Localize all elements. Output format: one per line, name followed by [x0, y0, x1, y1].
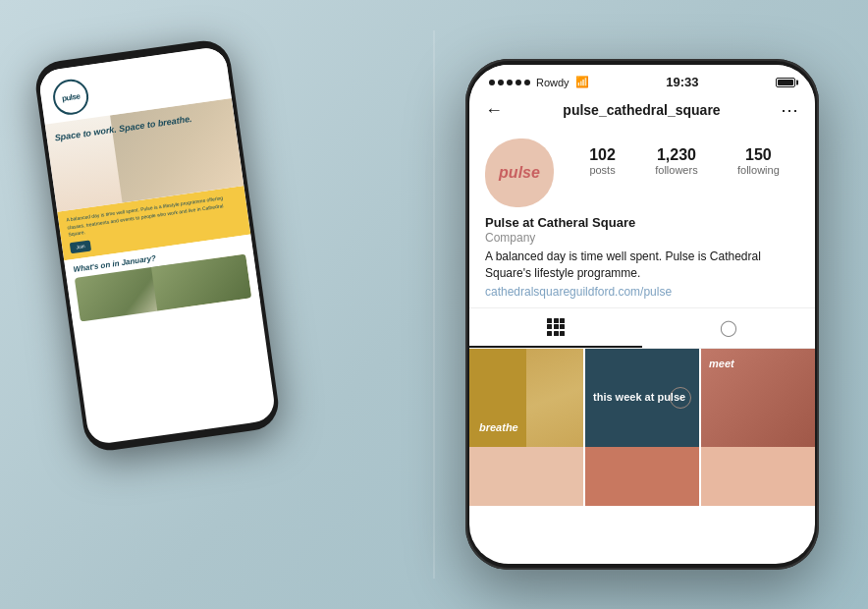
followers-label: followers [655, 164, 697, 176]
grid-icon [547, 318, 565, 336]
bottom-cell-1 [469, 447, 583, 506]
tab-bar: ◯ [469, 307, 815, 349]
status-bar: Rowdy 📶 19:33 [469, 65, 815, 93]
profile-bio: A balanced day is time well spent. Pulse… [485, 249, 799, 282]
signal-dot-3 [507, 80, 513, 85]
right-phone: Rowdy 📶 19:33 ← pulse_cathedral_square ⋯ [465, 59, 839, 580]
more-options-button[interactable]: ⋯ [781, 99, 799, 121]
stat-posts: 102 posts [589, 146, 616, 176]
stats-row: 102 posts 1,230 followers 150 following [570, 138, 799, 176]
wifi-icon: 📶 [575, 76, 589, 88]
signal-bars [489, 80, 530, 85]
signal-dot-5 [524, 80, 530, 85]
tab-grid[interactable] [469, 308, 642, 348]
left-phone-device: pulse Space to work. Space to breathe. A… [32, 37, 282, 454]
cell-2-text: this week at pulse [593, 391, 685, 404]
join-button[interactable]: Join [70, 240, 92, 253]
image-grid: breathe → this week at pulse meet [469, 349, 815, 447]
profile-section: pulse 102 posts 1,230 followers [469, 129, 815, 307]
avatar-text: pulse [499, 164, 540, 182]
bottom-grid [469, 447, 815, 506]
scene: pulse Space to work. Space to breathe. A… [0, 0, 868, 609]
hero-image [110, 98, 244, 202]
left-phone-screen: pulse Space to work. Space to breathe. A… [37, 46, 277, 446]
nav-bar: ← pulse_cathedral_square ⋯ [469, 93, 815, 129]
stat-following: 150 following [737, 146, 780, 176]
bottom-cell-2 [585, 447, 699, 506]
profile-top: pulse 102 posts 1,230 followers [485, 138, 799, 207]
profile-name: Pulse at Catheral Square [485, 215, 799, 230]
followers-count: 1,230 [655, 146, 697, 164]
stat-followers: 1,230 followers [655, 146, 697, 176]
right-phone-screen: Rowdy 📶 19:33 ← pulse_cathedral_square ⋯ [469, 65, 815, 564]
tab-tagged[interactable]: ◯ [642, 308, 815, 348]
posts-label: posts [589, 164, 616, 176]
status-time: 19:33 [666, 75, 698, 89]
avatar-container: pulse [485, 138, 554, 207]
grid-cell-breathe[interactable]: breathe [469, 349, 583, 447]
following-label: following [737, 164, 780, 176]
signal-dot-1 [489, 80, 495, 85]
following-count: 150 [737, 146, 780, 164]
posts-count: 102 [589, 146, 616, 164]
avatar: pulse [485, 138, 554, 207]
right-phone-device: Rowdy 📶 19:33 ← pulse_cathedral_square ⋯ [465, 59, 819, 570]
carrier-label: Rowdy [536, 77, 570, 88]
left-phone: pulse Space to work. Space to breathe. A… [20, 29, 353, 599]
pulse-logo: pulse [51, 77, 91, 117]
divider [434, 30, 435, 579]
battery-icon [776, 78, 795, 87]
signal-dot-4 [515, 80, 521, 85]
grid-cell-meet[interactable]: meet [701, 349, 815, 447]
profile-type: Company [485, 231, 799, 245]
battery-fill [778, 80, 793, 85]
cell-3-text: meet [709, 357, 734, 370]
signal-dot-2 [498, 80, 504, 85]
profile-link[interactable]: cathedralsquareguildford.com/pulse [485, 285, 672, 299]
grid-cell-week[interactable]: → this week at pulse [585, 349, 699, 447]
bottom-cell-3 [701, 447, 815, 506]
profile-username: pulse_cathedral_square [563, 102, 720, 118]
back-button[interactable]: ← [485, 100, 503, 121]
person-icon: ◯ [720, 318, 737, 337]
cell-1-text: breathe [479, 420, 518, 434]
